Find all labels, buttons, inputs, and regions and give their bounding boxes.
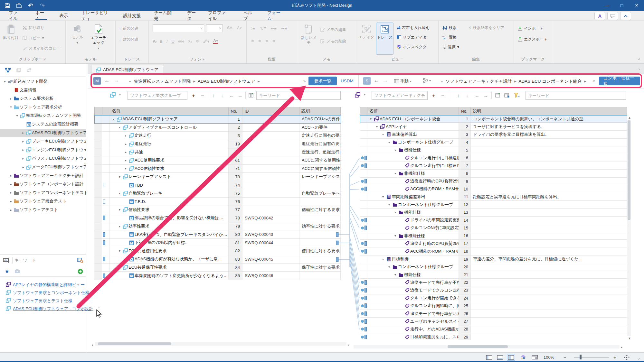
name-cell[interactable]: クルコン走行中に目標速度増加要求… [367,162,459,169]
vscroll-down-icon[interactable]: ▼ [628,337,631,340]
import-button[interactable]: インポート [518,24,544,32]
description-cell[interactable]: 距離設定と実車速を元に目標車間距離を算出。 [471,193,627,200]
trace-marker-icon[interactable] [365,218,367,222]
layout-left-pane-button[interactable] [485,354,493,361]
name-cell[interactable]: 追従モードで先行車が不在、または先… [367,279,459,286]
layout-split-pane-button[interactable] [507,354,515,361]
name-cell[interactable]: ▾車速偏差算出 [367,131,459,138]
trace-marker-icon[interactable] [365,335,367,339]
table-row[interactable]: クルコンON時に車間設定変更要求が…15 [360,224,627,232]
description-cell[interactable]: ユーザに対するサービスを実現する。 [471,123,627,130]
left-group-combo[interactable] [128,91,187,100]
tree-item[interactable]: ▸ソフトウェアコンポーネント設計 [0,180,86,188]
row-expand-icon[interactable]: ▾ [117,208,122,211]
trace-dot-icon[interactable] [361,281,364,284]
name-cell[interactable]: R車両展開時のソフト変更箇所が少なくなるよう… [110,272,229,280]
row-expand-icon[interactable]: ▾ [393,210,398,214]
table-row[interactable]: ▾コンポーネント仕様グループ20 [360,263,627,271]
description-cell[interactable] [471,224,627,232]
table-row[interactable]: ACC機能のROM・RAMサイズは、以下…18 [360,247,627,255]
description-cell[interactable]: 使用性に対する要求 [299,247,341,255]
error-check-button[interactable]: エラーチェック▾ [90,23,108,55]
name-cell[interactable]: ▸共通 [110,148,229,156]
ribbon-collapse-caret[interactable]: ^ [638,58,640,62]
description-cell[interactable] [471,162,627,169]
name-cell[interactable]: ▾機能仕様 [367,271,459,278]
table-row[interactable]: ▾非機能仕様8 [360,170,627,177]
id-cell[interactable]: SWRQ-000045 [242,255,299,263]
description-cell[interactable] [299,272,341,280]
tree-expand-icon[interactable]: ▸ [21,131,25,135]
tree-item[interactable]: ▸ソフトウェアコンポーネントテスト [0,189,86,197]
row-expand-icon[interactable]: ▾ [387,203,392,206]
component-icon[interactable] [110,92,116,97]
swap-lr-button[interactable]: ⇄左右を入れ替え [397,24,430,32]
table-row[interactable]: ▾車間距離偏差算出11距離設定と実車速を元に目標車間距離を算出。 [360,193,627,201]
row-expand-icon[interactable]: ▸ [123,142,128,146]
table-row[interactable]: R下記容量の70%以内が目標。81SWRQ-000044 [94,239,341,247]
trace-marker-icon[interactable] [103,183,105,187]
trace-dot-icon[interactable] [361,180,364,183]
tree-expand-icon[interactable]: ▸ [9,208,13,212]
trace-marker-icon[interactable] [365,187,367,191]
row-expand-icon[interactable]: ▾ [387,265,392,269]
id-cell[interactable] [242,124,299,132]
name-cell[interactable]: クルコン走行が開始できる状態で、クル… [367,294,459,302]
row-expand-icon[interactable]: ▾ [393,172,398,175]
description-cell[interactable] [471,232,627,239]
id-cell[interactable] [242,264,299,272]
description-cell[interactable] [471,146,627,154]
table-row[interactable]: ▸定速走行3定速走行に固有の要求 [94,132,341,140]
filter-icon[interactable] [514,93,520,98]
chevron-down-icon[interactable]: ▾ [119,93,121,96]
row-expand-icon[interactable]: ▾ [381,257,385,261]
name-cell[interactable]: ▸ACC信頼性要求 [110,165,229,173]
name-cell[interactable]: 目標加減速度を元に、スロットル開度… [367,333,459,340]
table-row[interactable]: ▾アダプティブクルーズコントロール2ACCへの要件 [94,124,341,132]
tree-expand-icon[interactable]: ▾ [3,80,7,83]
search-button[interactable]: 検索 [442,24,457,32]
table-row[interactable]: クルコン走行中に目標速度増加要求…7 [360,162,627,170]
id-cell[interactable] [242,115,299,123]
trace-dot-icon[interactable] [361,227,364,229]
description-cell[interactable]: 効率性に対する要求 [299,222,341,230]
table-row[interactable]: 追従モードで先行車が不在、または先…22 [360,279,627,286]
hscroll-right-icon[interactable]: ▸ [348,343,349,347]
description-cell[interactable] [471,286,627,294]
name-cell[interactable]: R部品故障の場合でも、影響を受けない機能は… [110,214,229,222]
tree-item[interactable]: ▾組込みソフト開発 [0,77,86,86]
menu-tab-4[interactable]: 設計支援 [121,11,143,20]
row-expand-icon[interactable]: ▾ [111,117,116,121]
model-search-icon[interactable] [77,258,83,263]
trace-dot-icon[interactable] [361,156,364,159]
sidebar-collapse-handle[interactable]: ‹ [84,159,88,167]
row-expand-icon[interactable]: ▾ [374,125,379,128]
trace-marker-icon[interactable] [365,296,367,300]
table-row[interactable]: R車両展開時のソフト変更箇所が少なくなるよう…85SWRQ-000046 [94,272,341,280]
id-cell[interactable] [242,132,299,140]
table-row[interactable]: ▸ACC信頼性要求71ACCに関する信頼性要求 [94,165,341,173]
description-cell[interactable]: 保守性に対する要求 [299,264,341,272]
id-cell[interactable] [242,173,299,181]
hscroll-left-icon[interactable]: ◂ [91,343,93,347]
right-keyword-input[interactable] [526,91,626,100]
column-header[interactable]: 名前 [110,107,229,115]
tree-expand-icon[interactable]: ▸ [21,140,25,143]
row-expand-icon[interactable]: ▸ [123,134,128,137]
bookmark-item[interactable]: ソフトウェア要求とコンポーネント仕様 [6,289,90,297]
description-cell[interactable] [471,217,627,224]
model-tree-icon[interactable] [5,68,11,73]
description-cell[interactable] [299,230,341,238]
trace-marker-icon[interactable] [365,249,367,254]
description-cell[interactable]: ACCに関する使用性要求 [299,156,341,164]
row-expand-icon[interactable]: ▾ [387,141,392,144]
trace-marker-icon[interactable] [365,280,367,285]
close-button[interactable]: × [629,0,644,11]
tree-item[interactable]: ▸メータECU制御ソフトウェア [0,163,86,171]
subeditor-button[interactable]: サブエディタ [397,33,427,41]
row-expand-icon[interactable]: ▾ [117,249,122,253]
description-cell[interactable] [299,214,341,222]
row-expand-icon[interactable]: ▸ [123,150,128,154]
tree-expand-icon[interactable]: ▸ [21,157,25,160]
name-cell[interactable]: クルコンON時に車間設定変更要求が… [367,224,459,232]
